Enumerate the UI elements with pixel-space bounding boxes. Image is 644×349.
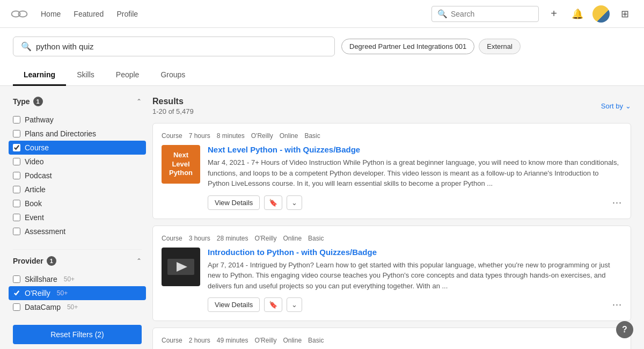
nav-profile[interactable]: Profile bbox=[116, 8, 138, 20]
tabs: Learning Skills People Groups bbox=[13, 65, 631, 85]
plans-checkbox[interactable] bbox=[13, 130, 20, 137]
filter-assessment[interactable]: Assessment bbox=[13, 224, 142, 238]
type-filter-label-group: Type 1 bbox=[13, 97, 43, 106]
type-filter-section: Type 1 ⌃ Pathway Plans and Directories C… bbox=[13, 97, 142, 238]
card-1-dropdown[interactable]: ⌄ bbox=[287, 195, 302, 210]
notifications-button[interactable]: 🔔 bbox=[569, 5, 586, 23]
divider bbox=[13, 249, 142, 250]
card-3-duration1: 2 hours bbox=[189, 337, 210, 344]
card-2-duration1: 3 hours bbox=[189, 235, 210, 242]
card-3-meta: Course 2 hours 49 minutes O'Reilly Onlin… bbox=[162, 337, 622, 344]
main-search-input[interactable] bbox=[36, 42, 327, 51]
main-search-row: 🔍 Degreed Partner Led Integrations 001 E… bbox=[13, 37, 631, 56]
course-checkbox[interactable] bbox=[13, 144, 20, 151]
filter-article[interactable]: Article bbox=[13, 183, 142, 197]
logo[interactable] bbox=[11, 5, 28, 23]
filter-pill-degreed[interactable]: Degreed Partner Led Integrations 001 bbox=[341, 39, 474, 54]
nav-home[interactable]: Home bbox=[41, 8, 61, 20]
nav-featured[interactable]: Featured bbox=[74, 8, 104, 20]
datacamp-label: DataCamp bbox=[25, 303, 61, 311]
search-icon: 🔍 bbox=[437, 9, 448, 19]
nav-links: Home Featured Profile bbox=[41, 8, 138, 20]
tab-people[interactable]: People bbox=[105, 65, 150, 86]
card-1-view-details[interactable]: View Details bbox=[208, 195, 260, 210]
top-search-bar[interactable]: 🔍 bbox=[431, 6, 539, 22]
filter-plans[interactable]: Plans and Directories bbox=[13, 127, 142, 141]
datacamp-checkbox[interactable] bbox=[13, 303, 20, 311]
sort-chevron-icon: ⌄ bbox=[625, 102, 631, 110]
filter-datacamp[interactable]: DataCamp 50+ bbox=[13, 300, 142, 314]
card-1-bookmark[interactable]: 🔖 bbox=[264, 195, 282, 210]
results-area: Results 1-20 of 5,479 Sort by ⌄ Course 7… bbox=[152, 97, 631, 349]
book-checkbox[interactable] bbox=[13, 200, 20, 207]
apps-button[interactable]: ⊞ bbox=[616, 5, 633, 23]
add-button[interactable]: + bbox=[545, 5, 562, 23]
results-title: Results bbox=[152, 97, 194, 106]
card-2-view-details[interactable]: View Details bbox=[208, 297, 260, 312]
card-3-level: Basic bbox=[308, 337, 324, 344]
card-2-info: Introduction to Python - with Quizzes/Ba… bbox=[208, 248, 622, 312]
pathway-checkbox[interactable] bbox=[13, 116, 20, 123]
card-1-actions: View Details 🔖 ⌄ ··· bbox=[208, 195, 622, 210]
podcast-label: Podcast bbox=[25, 171, 52, 180]
filter-course[interactable]: Course bbox=[9, 141, 146, 155]
provider-filter-header[interactable]: Provider 1 ⌃ bbox=[13, 256, 142, 266]
datacamp-count: 50+ bbox=[67, 303, 78, 311]
filter-video[interactable]: Video bbox=[13, 155, 142, 169]
tab-groups[interactable]: Groups bbox=[150, 65, 196, 86]
pathway-label: Pathway bbox=[25, 115, 54, 124]
sort-by-label: Sort by bbox=[601, 102, 623, 110]
filter-podcast[interactable]: Podcast bbox=[13, 169, 142, 183]
search-icon-main: 🔍 bbox=[21, 41, 32, 52]
book-label: Book bbox=[25, 199, 42, 208]
card-2-desc: Apr 7, 2014 - Intrigued by Python? Learn… bbox=[208, 260, 622, 292]
card-2-body: Introduction to Python - with Quizzes/Ba… bbox=[162, 248, 622, 312]
filter-oreilly[interactable]: O'Reilly 50+ bbox=[9, 286, 146, 300]
content-area: Type 1 ⌃ Pathway Plans and Directories C… bbox=[0, 86, 644, 349]
card-2-level: Basic bbox=[308, 235, 324, 242]
reset-filters-button[interactable]: Reset Filters (2) bbox=[13, 325, 142, 344]
provider-filter-badge: 1 bbox=[47, 256, 56, 266]
card-1-level: Basic bbox=[304, 132, 320, 140]
top-search-input[interactable] bbox=[451, 10, 533, 18]
result-card-2: Course 3 hours 28 minutes O'Reilly Onlin… bbox=[152, 226, 631, 322]
tab-learning[interactable]: Learning bbox=[13, 65, 66, 86]
card-2-dropdown[interactable]: ⌄ bbox=[287, 297, 302, 312]
skillshare-checkbox[interactable] bbox=[13, 275, 20, 283]
card-1-type: Course bbox=[162, 132, 182, 140]
main-search-bar[interactable]: 🔍 bbox=[13, 37, 335, 56]
card-1-title[interactable]: Next Level Python - with Quizzes/Badge bbox=[208, 145, 622, 154]
card-1-info: Next Level Python - with Quizzes/Badge M… bbox=[208, 145, 622, 210]
card-2-format: Online bbox=[283, 235, 302, 242]
help-button[interactable]: ? bbox=[616, 321, 633, 338]
event-checkbox[interactable] bbox=[13, 214, 20, 221]
card-2-more[interactable]: ··· bbox=[612, 299, 622, 310]
sort-by[interactable]: Sort by ⌄ bbox=[601, 102, 631, 110]
type-chevron-icon: ⌃ bbox=[136, 98, 142, 105]
skillshare-count: 50+ bbox=[64, 275, 75, 283]
tab-skills[interactable]: Skills bbox=[66, 65, 105, 86]
article-label: Article bbox=[25, 185, 46, 194]
avatar[interactable] bbox=[592, 5, 610, 23]
type-filter-header[interactable]: Type 1 ⌃ bbox=[13, 97, 142, 106]
filter-skillshare[interactable]: Skillshare 50+ bbox=[13, 272, 142, 286]
provider-filter-section: Provider 1 ⌃ Skillshare 50+ O'Reilly 50+… bbox=[13, 256, 142, 314]
filter-pathway[interactable]: Pathway bbox=[13, 113, 142, 127]
filter-book[interactable]: Book bbox=[13, 197, 142, 210]
filter-pills: Degreed Partner Led Integrations 001 Ext… bbox=[341, 39, 521, 54]
assessment-checkbox[interactable] bbox=[13, 228, 20, 235]
oreilly-count: 50+ bbox=[57, 289, 68, 297]
card-2-title[interactable]: Introduction to Python - with Quizzes/Ba… bbox=[208, 248, 622, 257]
event-label: Event bbox=[25, 213, 44, 222]
filter-event[interactable]: Event bbox=[13, 210, 142, 224]
card-1-thumbnail: Next Level Python bbox=[162, 145, 200, 184]
article-checkbox[interactable] bbox=[13, 186, 20, 193]
oreilly-checkbox[interactable] bbox=[13, 289, 20, 297]
filter-pill-external[interactable]: External bbox=[479, 39, 521, 54]
card-2-bookmark[interactable]: 🔖 bbox=[264, 297, 282, 312]
card-2-duration2: 28 minutes bbox=[217, 235, 248, 242]
video-checkbox[interactable] bbox=[13, 158, 20, 165]
podcast-checkbox[interactable] bbox=[13, 172, 20, 179]
results-count: 1-20 of 5,479 bbox=[152, 107, 194, 115]
card-1-more[interactable]: ··· bbox=[612, 197, 622, 208]
